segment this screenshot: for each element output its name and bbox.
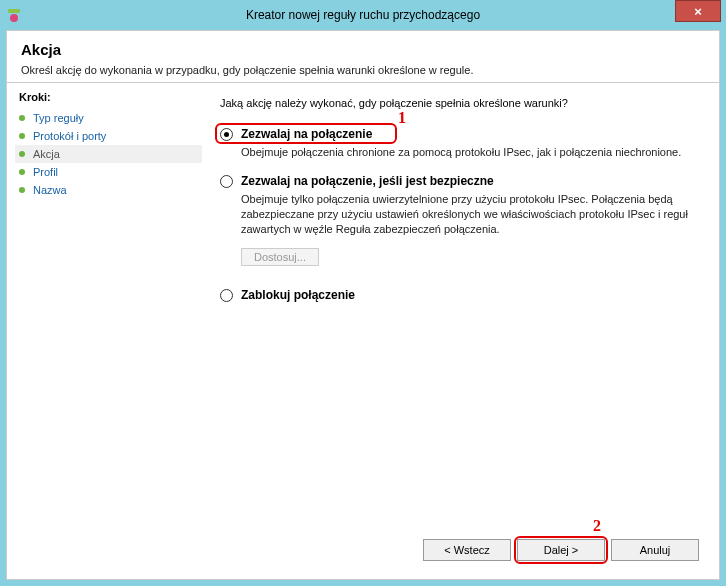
step-label: Protokół i porty xyxy=(33,130,106,142)
back-button[interactable]: < Wstecz xyxy=(423,539,511,561)
radio-allow-secure[interactable] xyxy=(220,175,233,188)
step-profile[interactable]: Profil xyxy=(15,163,202,181)
radio-allow[interactable] xyxy=(220,128,233,141)
step-label: Typ reguły xyxy=(33,112,84,124)
radio-allow-label[interactable]: Zezwalaj na połączenie xyxy=(241,127,372,141)
close-icon: × xyxy=(694,4,702,19)
radio-allow-secure-desc: Obejmuje tylko połączenia uwierzytelnion… xyxy=(241,192,703,237)
bullet-icon xyxy=(19,151,25,157)
page-description: Określ akcję do wykonania w przypadku, g… xyxy=(21,64,705,76)
close-button[interactable]: × xyxy=(675,0,721,22)
bullet-icon xyxy=(19,133,25,139)
step-label: Nazwa xyxy=(33,184,67,196)
step-action[interactable]: Akcja xyxy=(15,145,202,163)
step-label: Akcja xyxy=(33,148,60,160)
window-title: Kreator nowej reguły ruchu przychodząceg… xyxy=(0,8,726,22)
cancel-button[interactable]: Anuluj xyxy=(611,539,699,561)
next-button[interactable]: Dalej > xyxy=(517,539,605,561)
step-name[interactable]: Nazwa xyxy=(15,181,202,199)
annotation-number-1: 1 xyxy=(398,109,406,127)
radio-block-label[interactable]: Zablokuj połączenie xyxy=(241,288,355,302)
customize-button: Dostosuj... xyxy=(241,248,319,266)
action-question: Jaką akcję należy wykonać, gdy połączeni… xyxy=(220,97,703,109)
bullet-icon xyxy=(19,169,25,175)
step-protocol-ports[interactable]: Protokół i porty xyxy=(15,127,202,145)
radio-block[interactable] xyxy=(220,289,233,302)
page-title: Akcja xyxy=(21,41,705,58)
step-label: Profil xyxy=(33,166,58,178)
radio-allow-secure-label[interactable]: Zezwalaj na połączenie, jeśli jest bezpi… xyxy=(241,174,494,188)
bullet-icon xyxy=(19,187,25,193)
radio-allow-desc: Obejmuje połączenia chronione za pomocą … xyxy=(241,145,703,160)
bullet-icon xyxy=(19,115,25,121)
annotation-number-2: 2 xyxy=(593,517,601,535)
steps-heading: Kroki: xyxy=(15,91,202,103)
step-rule-type[interactable]: Typ reguły xyxy=(15,109,202,127)
